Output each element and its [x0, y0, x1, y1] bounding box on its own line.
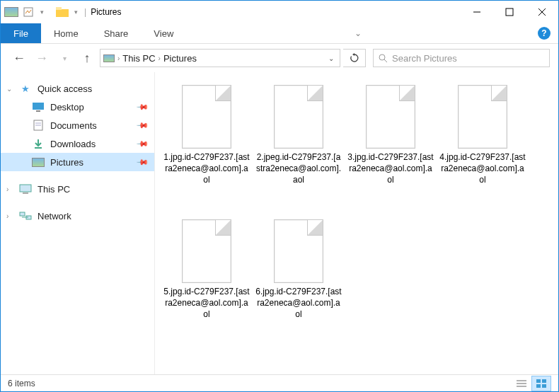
- forward-button[interactable]: →: [32, 48, 52, 68]
- svg-line-8: [384, 59, 387, 62]
- file-name: 3.jpg.id-C279F237.[astra2eneca@aol.com].…: [347, 151, 434, 186]
- file-item[interactable]: 4.jpg.id-C279F237.[astra2eneca@aol.com].…: [437, 82, 529, 217]
- svg-rect-26: [542, 384, 546, 388]
- view-details-button[interactable]: [512, 376, 531, 391]
- file-icon: [274, 219, 323, 283]
- search-input[interactable]: Search Pictures: [373, 49, 550, 67]
- app-icon[interactable]: [4, 4, 19, 20]
- desktop-icon: [32, 100, 45, 113]
- ribbon: File Home Share View ⌄ ?: [1, 23, 558, 44]
- file-name: 5.jpg.id-C279F237.[astra2eneca@aol.com].…: [163, 286, 250, 321]
- maximize-button[interactable]: [493, 1, 526, 23]
- nav-label: Network: [38, 211, 71, 221]
- svg-rect-2: [56, 7, 62, 10]
- file-item[interactable]: 3.jpg.id-C279F237.[astra2eneca@aol.com].…: [345, 82, 437, 217]
- breadcrumb[interactable]: This PC: [122, 53, 155, 64]
- file-icon: [458, 85, 507, 149]
- address-bar[interactable]: › This PC › Pictures ⌄: [100, 49, 340, 67]
- breadcrumb[interactable]: Pictures: [163, 53, 197, 64]
- nav-quick-access[interactable]: ⌄ ★ Quick access: [1, 79, 154, 98]
- status-bar: 6 items: [1, 374, 558, 392]
- computer-icon: [19, 183, 32, 195]
- nav-item-pictures[interactable]: Pictures 📌: [1, 153, 154, 171]
- details-icon: [517, 379, 526, 388]
- address-dropdown-button[interactable]: ⌄: [328, 54, 337, 62]
- file-name: 6.jpg.id-C279F237.[astra2eneca@aol.com].…: [255, 286, 342, 321]
- file-icon: [182, 219, 231, 283]
- svg-rect-10: [36, 110, 40, 112]
- pin-icon: 📌: [135, 100, 149, 113]
- file-item[interactable]: 1.jpg.id-C279F237.[astra2eneca@aol.com].…: [161, 82, 253, 217]
- svg-rect-4: [506, 8, 513, 16]
- nav-label: Documents: [50, 120, 97, 131]
- chevron-down-icon: ⌄: [6, 85, 12, 93]
- search-icon: [378, 53, 388, 63]
- pin-icon: 📌: [135, 155, 149, 168]
- file-item[interactable]: 5.jpg.id-C279F237.[astra2eneca@aol.com].…: [161, 217, 253, 351]
- svg-rect-17: [20, 212, 25, 216]
- back-button[interactable]: ←: [9, 48, 29, 68]
- window-title-separator: |: [84, 7, 86, 17]
- folder-icon: [54, 4, 70, 20]
- ribbon-tab-view[interactable]: View: [141, 23, 186, 43]
- svg-rect-15: [20, 185, 31, 192]
- qat-dropdown-icon[interactable]: ▾: [71, 4, 80, 20]
- view-thumbnails-button[interactable]: [531, 376, 551, 391]
- close-button[interactable]: [526, 1, 558, 23]
- file-item[interactable]: 2.jpeg.id-C279F237.[astra2eneca@aol.com]…: [253, 82, 345, 217]
- nav-network[interactable]: › Network: [1, 207, 154, 225]
- chevron-right-icon: ›: [6, 185, 8, 193]
- svg-rect-24: [542, 379, 546, 383]
- file-icon: [366, 85, 415, 149]
- pictures-icon: [32, 156, 45, 168]
- svg-rect-25: [536, 384, 541, 388]
- chevron-right-icon: ›: [117, 54, 120, 62]
- address-icon: [103, 54, 115, 62]
- qat-dropdown-icon[interactable]: ▾: [38, 4, 46, 20]
- file-name: 2.jpeg.id-C279F237.[astra2eneca@aol.com]…: [255, 151, 342, 186]
- svg-rect-16: [23, 192, 28, 194]
- nav-label: Desktop: [50, 102, 84, 113]
- help-icon: ?: [538, 27, 551, 40]
- ribbon-expand-button[interactable]: ⌄: [344, 23, 372, 43]
- file-name: 4.jpg.id-C279F237.[astra2eneca@aol.com].…: [439, 151, 526, 186]
- quick-access-toolbar: ▾ ▾: [4, 4, 80, 20]
- minimize-button[interactable]: [461, 1, 493, 23]
- refresh-button[interactable]: [343, 49, 366, 67]
- thumbnails-icon: [536, 379, 546, 388]
- window-controls: [461, 1, 558, 23]
- ribbon-tab-home[interactable]: Home: [41, 23, 91, 43]
- chevron-right-icon: ›: [159, 54, 161, 62]
- svg-rect-9: [33, 103, 44, 110]
- documents-icon: [32, 119, 45, 132]
- file-list[interactable]: 1.jpg.id-C279F237.[astra2eneca@aol.com].…: [155, 72, 558, 374]
- file-icon: [182, 85, 231, 149]
- pin-icon: 📌: [135, 118, 149, 132]
- downloads-icon: [32, 137, 45, 150]
- window-title: Pictures: [91, 7, 121, 17]
- up-button[interactable]: ↑: [77, 48, 97, 68]
- recent-locations-button[interactable]: ▾: [54, 48, 74, 68]
- nav-label: Quick access: [38, 83, 92, 94]
- star-icon: ★: [19, 82, 32, 95]
- file-item[interactable]: 6.jpg.id-C279F237.[astra2eneca@aol.com].…: [253, 217, 345, 351]
- nav-this-pc[interactable]: › This PC: [1, 180, 154, 198]
- svg-rect-23: [536, 379, 541, 383]
- nav-label: Pictures: [50, 157, 83, 168]
- search-placeholder: Search Pictures: [392, 53, 457, 64]
- file-icon: [274, 85, 323, 149]
- nav-item-documents[interactable]: Documents 📌: [1, 116, 154, 134]
- network-icon: [19, 209, 32, 222]
- nav-label: This PC: [38, 184, 70, 195]
- chevron-right-icon: ›: [6, 212, 8, 220]
- file-name: 1.jpg.id-C279F237.[astra2eneca@aol.com].…: [163, 151, 250, 186]
- ribbon-tab-share[interactable]: Share: [91, 23, 142, 43]
- titlebar: ▾ ▾ | Pictures: [1, 1, 558, 23]
- navigation-bar: ← → ▾ ↑ › This PC › Pictures ⌄ Search Pi…: [1, 44, 558, 72]
- help-button[interactable]: ?: [530, 23, 558, 43]
- navigation-pane: ⌄ ★ Quick access Desktop 📌 Documents 📌 D…: [1, 72, 155, 374]
- qat-properties-button[interactable]: [21, 4, 36, 20]
- nav-item-desktop[interactable]: Desktop 📌: [1, 98, 154, 116]
- ribbon-file-tab[interactable]: File: [1, 23, 41, 43]
- nav-item-downloads[interactable]: Downloads 📌: [1, 134, 154, 153]
